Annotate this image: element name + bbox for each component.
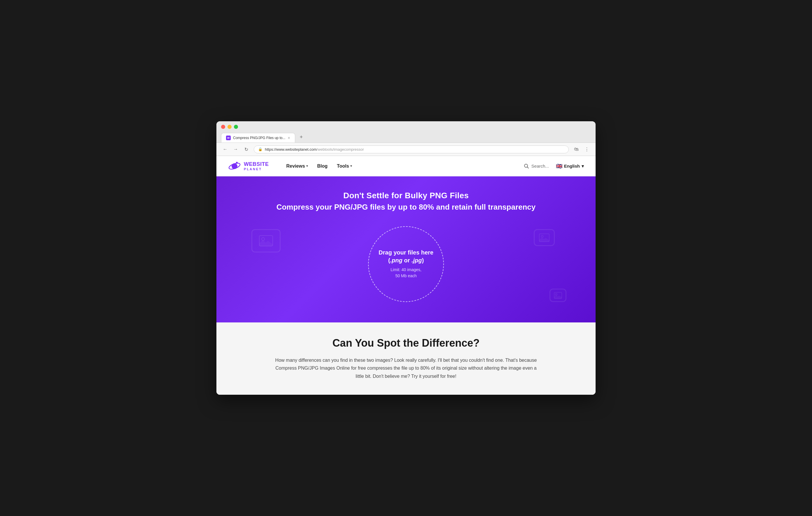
drop-png: .png [390, 257, 403, 264]
lock-icon: 🔒 [258, 147, 262, 151]
drop-jpg: .jpg [411, 257, 422, 264]
drop-limit: Limit: 40 images, 50 Mb each [390, 267, 422, 279]
extension-button[interactable]: 🛍 [572, 146, 580, 153]
logo-svg [228, 160, 241, 173]
traffic-light-minimize[interactable] [228, 125, 232, 129]
new-tab-button[interactable]: + [296, 132, 307, 143]
browser-window: W Compress PNG/JPG Files up to... × + ← … [216, 121, 596, 395]
drop-paren-close: ) [422, 257, 424, 264]
info-section: Can You Spot the Difference? How many di… [216, 323, 596, 395]
drop-text-formats: (.png or .jpg) [388, 257, 424, 264]
svg-point-8 [541, 235, 543, 237]
drop-zone[interactable]: Drag your files here (.png or .jpg) Limi… [368, 226, 444, 302]
drop-limit-line2: 50 Mb each [395, 273, 416, 278]
search-button[interactable]: Search... [524, 163, 549, 169]
hero-title: Don't Settle for Bulky PNG Files [228, 191, 584, 200]
refresh-button[interactable]: ↻ [242, 145, 250, 153]
drop-limit-line1: Limit: 40 images, [390, 267, 422, 272]
flag-icon: 🇬🇧 [556, 163, 562, 170]
traffic-lights [221, 125, 591, 129]
tab-title: Compress PNG/JPG Files up to... [233, 136, 285, 140]
tab-favicon: W [226, 135, 231, 140]
nav-links: Reviews ▾ Blog Tools ▾ [286, 163, 524, 169]
forward-button[interactable]: → [232, 145, 240, 153]
traffic-light-close[interactable] [221, 125, 225, 129]
tab-close-button[interactable]: × [288, 136, 290, 140]
svg-line-4 [527, 167, 528, 168]
logo-text-sub: PLANET [244, 167, 269, 171]
browser-tabs: W Compress PNG/JPG Files up to... × + [221, 132, 591, 143]
bg-image-icon-right-bottom [550, 289, 567, 302]
url-text: https://www.websiteplanet.com/webtools/i… [265, 147, 564, 152]
image-icon-medium [534, 229, 555, 246]
traffic-light-maximize[interactable] [234, 125, 238, 129]
drop-text-main: Drag your files here [379, 249, 433, 256]
nav-reviews[interactable]: Reviews ▾ [286, 163, 308, 169]
language-button[interactable]: 🇬🇧 English ▾ [556, 163, 584, 170]
reviews-chevron: ▾ [306, 164, 308, 168]
browser-toolbar: ← → ↻ 🔒 https://www.websiteplanet.com/we… [216, 143, 596, 156]
drop-paren-open: ( [388, 257, 390, 264]
search-label: Search... [531, 163, 549, 169]
info-title: Can You Spot the Difference? [228, 337, 584, 349]
nav-tools[interactable]: Tools ▾ [337, 163, 352, 169]
toolbar-actions: 🛍 ⋮ [572, 146, 591, 153]
site-nav: WEBSITE PLANET Reviews ▾ Blog Tools ▾ [216, 156, 596, 176]
bg-image-icon-left [252, 229, 281, 252]
address-bar[interactable]: 🔒 https://www.websiteplanet.com/webtools… [254, 146, 569, 153]
drop-or: or [403, 257, 411, 264]
language-label: English [564, 163, 580, 169]
info-body: How many differences can you find in the… [275, 356, 537, 380]
nav-blog[interactable]: Blog [317, 163, 328, 169]
bg-image-icon-right-top [534, 229, 555, 246]
svg-point-6 [262, 238, 265, 241]
nav-blog-label: Blog [317, 163, 328, 169]
url-path: /webtools/imagecompressor [317, 147, 364, 152]
nav-right: Search... 🇬🇧 English ▾ [524, 163, 584, 170]
nav-tools-label: Tools [337, 163, 349, 169]
tools-chevron: ▾ [350, 164, 352, 168]
menu-button[interactable]: ⋮ [583, 146, 591, 153]
nav-reviews-label: Reviews [286, 163, 305, 169]
site-logo[interactable]: WEBSITE PLANET [228, 160, 269, 173]
image-icon-large [252, 229, 281, 252]
logo-text: WEBSITE PLANET [244, 161, 269, 171]
nav-buttons: ← → ↻ [221, 145, 250, 153]
back-button[interactable]: ← [221, 145, 229, 153]
search-icon [524, 163, 529, 169]
hero-section: Don't Settle for Bulky PNG Files Compres… [216, 176, 596, 323]
lang-chevron: ▾ [582, 163, 584, 169]
hero-drop-area-wrapper: Drag your files here (.png or .jpg) Limi… [228, 223, 584, 305]
url-domain: https://www.websiteplanet.com [265, 147, 317, 152]
svg-point-2 [236, 162, 238, 163]
logo-text-main: WEBSITE [244, 161, 269, 167]
browser-titlebar: W Compress PNG/JPG Files up to... × + [216, 121, 596, 143]
svg-point-10 [555, 294, 557, 295]
website-content: WEBSITE PLANET Reviews ▾ Blog Tools ▾ [216, 156, 596, 395]
browser-tab-active[interactable]: W Compress PNG/JPG Files up to... × [221, 133, 295, 143]
image-icon-small [550, 289, 567, 302]
hero-subtitle: Compress your PNG/JPG files by up to 80%… [228, 203, 584, 212]
